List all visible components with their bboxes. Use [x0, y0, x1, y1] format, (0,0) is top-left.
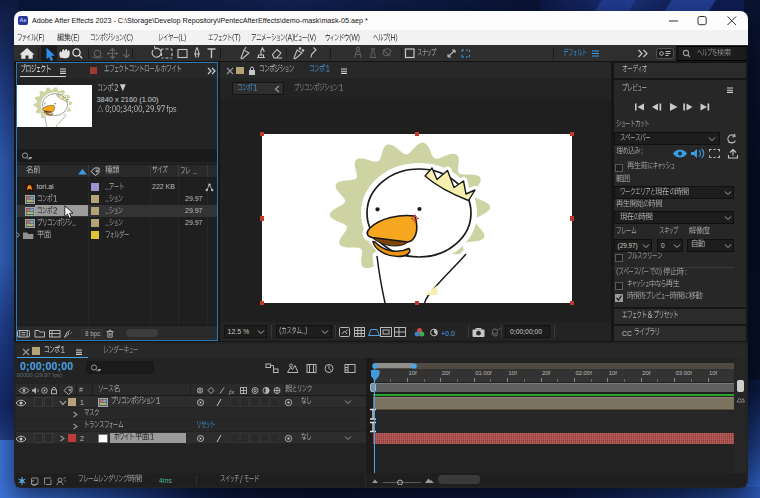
svg-text:fx: fx [229, 387, 235, 395]
svg-text:+0.0: +0.0 [441, 329, 455, 336]
svg-text:8 bpc: 8 bpc [85, 330, 100, 338]
